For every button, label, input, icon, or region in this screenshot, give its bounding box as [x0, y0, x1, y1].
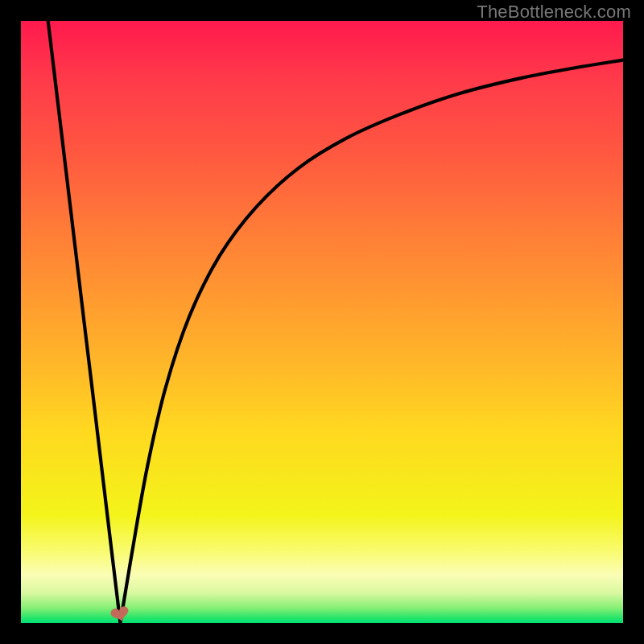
chart-frame: TheBottleneck.com ❤: [0, 0, 644, 644]
curve-right-branch: [120, 60, 623, 623]
plot-area: ❤: [21, 21, 623, 623]
curve-left-branch: [48, 21, 121, 623]
attribution-label: TheBottleneck.com: [477, 2, 631, 23]
bottleneck-curve: [21, 21, 623, 623]
